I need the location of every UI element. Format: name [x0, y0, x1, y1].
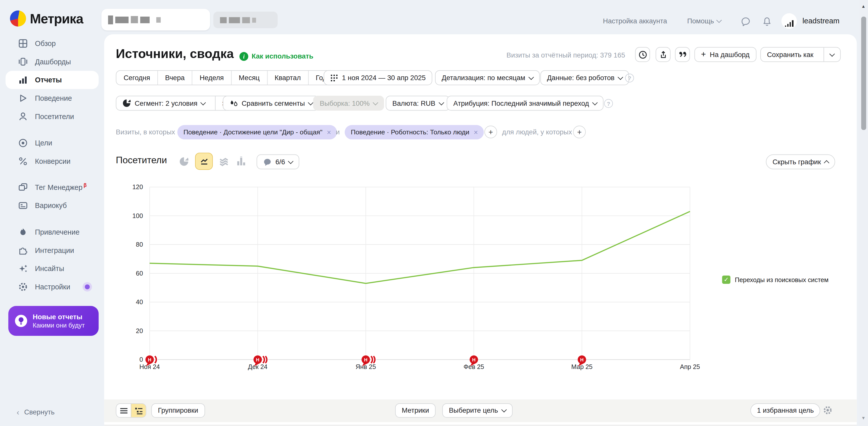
close-icon[interactable]: × — [474, 128, 478, 136]
sidebar-item-dashboards[interactable]: Дашборды — [0, 53, 104, 71]
gear-icon — [18, 282, 28, 291]
clock-icon — [638, 50, 647, 59]
legend-item[interactable]: ✓ Переходы из поисковых систем — [722, 275, 829, 284]
line-chart-icon — [199, 157, 209, 166]
how-to-use-link[interactable]: i Как использовать — [239, 52, 313, 61]
sidebar-item-integrations[interactable]: Интеграции — [0, 241, 104, 259]
chevron-down-icon — [373, 100, 378, 105]
save-as-dropdown[interactable] — [824, 47, 840, 61]
help-icon[interactable]: ? — [625, 74, 634, 83]
add-condition-button[interactable]: + — [485, 126, 497, 138]
preset-quarter[interactable]: Квартал — [267, 71, 308, 85]
groupings-button[interactable]: Группировки — [151, 403, 205, 418]
scroll-up-arrow[interactable]: ▲ — [861, 4, 866, 9]
data-mode-dropdown[interactable]: Данные: без роботов — [540, 70, 629, 85]
brand[interactable]: Метрика — [10, 10, 83, 27]
sidebar-item-behavior[interactable]: Поведение — [0, 89, 104, 107]
metrics-visibility-dropdown[interactable]: 6/6 — [257, 155, 300, 169]
sidebar-item-variocube[interactable]: Вариокуб — [0, 196, 104, 215]
bell-icon[interactable] — [762, 16, 772, 27]
flat-list-button[interactable] — [116, 404, 131, 417]
speech-bubble-icon — [263, 158, 272, 166]
promo-new-reports[interactable]: Новые отчеты Какими они будут — [8, 306, 98, 336]
conjunction-label: и — [336, 128, 340, 136]
history-button[interactable] — [635, 47, 650, 62]
save-as-button[interactable]: Сохранить как — [761, 47, 819, 61]
metrika-logo-icon — [10, 10, 26, 27]
account-settings-link[interactable]: Настройка аккаунта — [603, 17, 667, 25]
compare-segments-dropdown[interactable]: Сравнить сегменты — [223, 96, 319, 110]
goal-settings-gear-icon[interactable] — [823, 406, 832, 415]
detailing-dropdown[interactable]: Детализация: по месяцам — [435, 70, 540, 85]
chevron-down-icon — [716, 17, 722, 23]
hide-chart-button[interactable]: Скрыть график — [766, 155, 835, 169]
attribution-dropdown[interactable]: Атрибуция: Последний значимый переход — [447, 96, 603, 110]
divider — [104, 425, 857, 426]
visits-summary: Визиты за отчётный период: 379 165 — [476, 52, 625, 59]
sidebar-item-settings[interactable]: Настройки — [0, 278, 104, 296]
sidebar-item-acquisition[interactable]: Привлечение — [0, 223, 104, 241]
counter-tab-active[interactable] — [101, 9, 210, 30]
close-icon[interactable]: × — [327, 128, 331, 136]
brand-name: Метрика — [30, 11, 83, 26]
footer-toolbar: Группировки Метрики Выберите цель 1 избр… — [104, 399, 857, 422]
help-icon[interactable]: ? — [604, 99, 613, 108]
scroll-down-arrow[interactable]: ▼ — [861, 416, 866, 421]
tree-list-icon — [134, 406, 143, 415]
choose-goal-dropdown[interactable]: Выберите цель — [442, 403, 512, 418]
sidebar-item-conversions[interactable]: Конверсии — [0, 152, 104, 170]
segment-chip[interactable]: Поведение · Роботность: Только люди × — [345, 125, 484, 139]
sidebar-item-overview[interactable]: Обзор — [0, 34, 104, 53]
add-user-condition-button[interactable]: + — [573, 126, 586, 138]
sidebar-item-tag-manager[interactable]: Тег Менеджерβ — [0, 178, 104, 196]
username[interactable]: leadstream — [802, 17, 839, 25]
chevron-down-icon — [288, 158, 293, 164]
svg-text:Н: Н — [256, 357, 259, 362]
y-axis-tick: 80 — [136, 241, 143, 248]
legend-label: Переходы из поисковых систем — [735, 276, 829, 283]
redacted-block — [229, 17, 240, 23]
chat-icon[interactable] — [740, 17, 751, 27]
percent-icon — [18, 157, 28, 166]
column-chart-type-icon[interactable] — [236, 157, 246, 167]
date-range-button[interactable]: 1 ноя 2024 — 30 апр 2025 — [323, 70, 432, 85]
favorite-goal-button[interactable]: 1 избранная цель — [750, 403, 820, 418]
y-axis-tick: 120 — [132, 183, 143, 190]
help-menu[interactable]: Помощь — [687, 17, 721, 25]
preset-yesterday[interactable]: Вчера — [157, 71, 192, 85]
info-icon: i — [239, 52, 248, 61]
area-chart-type-icon[interactable] — [219, 157, 229, 167]
add-to-dashboard-button[interactable]: + На дашборд — [694, 47, 756, 62]
segment-chip[interactable]: Поведение · Достижение цели "Дир - общая… — [177, 125, 337, 139]
segment-dropdown[interactable]: Сегмент: 2 условия — [116, 96, 211, 110]
sidebar-item-insights[interactable]: Инсайты — [0, 259, 104, 278]
tree-list-button[interactable] — [131, 404, 146, 417]
line-chart-type-button[interactable] — [195, 153, 213, 170]
promo-subtitle: Какими они будут — [33, 322, 85, 329]
sidebar-item-visitors[interactable]: Посетители — [0, 107, 104, 126]
metrics-button[interactable]: Метрики — [395, 403, 436, 418]
sampling-dropdown[interactable]: Выборка: 100% — [313, 96, 384, 110]
chevron-down-icon — [501, 407, 506, 413]
y-axis-tick: 100 — [132, 212, 143, 219]
scrollbar-thumb[interactable] — [861, 17, 866, 130]
redacted-block — [140, 16, 150, 23]
legend-checkbox-icon[interactable]: ✓ — [722, 275, 731, 284]
export-button[interactable] — [656, 47, 671, 62]
user-avatar[interactable] — [781, 13, 797, 29]
puzzle-icon — [18, 245, 28, 255]
preset-today[interactable]: Сегодня — [116, 71, 157, 85]
annotations-button[interactable] — [675, 47, 690, 62]
preset-week[interactable]: Неделя — [192, 71, 231, 85]
chevron-down-icon — [592, 100, 597, 105]
sidebar-item-goals[interactable]: Цели — [0, 134, 104, 152]
sidebar-item-reports[interactable]: Отчеты — [5, 71, 98, 89]
collapse-sidebar-button[interactable]: ‹ Свернуть — [17, 408, 55, 417]
x-axis-tick: Апр 25 — [680, 363, 700, 370]
preset-month[interactable]: Месяц — [231, 71, 267, 85]
currency-dropdown[interactable]: Валюта: RUB — [385, 96, 450, 110]
pie-chart-type-icon[interactable] — [179, 157, 189, 167]
counter-tab[interactable] — [213, 11, 278, 28]
chevron-down-icon — [829, 51, 835, 57]
calendar-grid-icon — [330, 74, 338, 81]
